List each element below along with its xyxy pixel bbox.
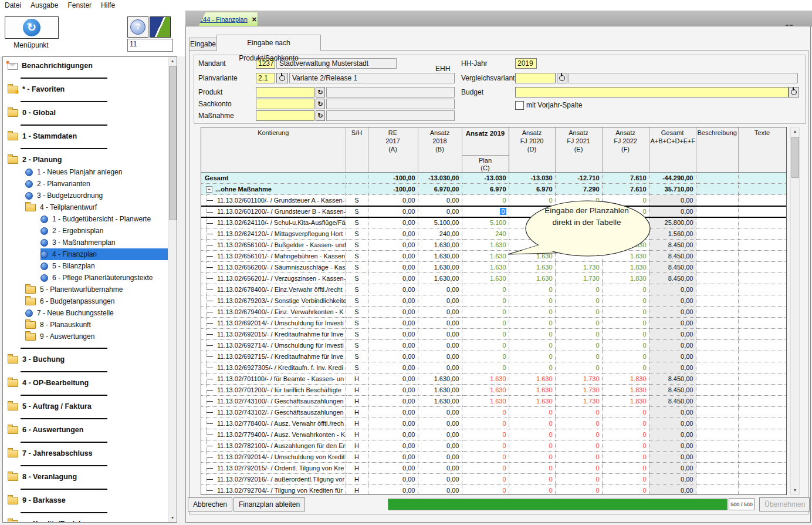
cell-plan-e[interactable]: 0 (555, 307, 602, 318)
cell-plan-d[interactable]: 0 (509, 318, 555, 329)
cell-texte[interactable] (738, 295, 786, 307)
cell-plan-e[interactable] (555, 240, 602, 251)
cell-plan-f[interactable]: 0 (602, 206, 649, 217)
sidebar-item[interactable]: 6 - Auswertungen (3, 423, 168, 436)
cell-plan-f[interactable]: 0 (602, 418, 649, 429)
cell-plan-d[interactable]: 0 (509, 485, 555, 496)
cell-beschreibung[interactable] (696, 396, 738, 407)
cell-plan-e[interactable] (555, 251, 602, 262)
cell-plan-c[interactable]: 1.630 (462, 385, 509, 396)
cell-texte[interactable] (738, 452, 786, 463)
cell-kontierung[interactable]: 11.13.02/779400/- / Ausz. Verwahrkonten … (201, 429, 346, 440)
cell-plan-e[interactable]: 0 (555, 318, 602, 329)
cell-plan-f[interactable]: 0 (602, 474, 649, 485)
cell-texte[interactable] (738, 385, 786, 396)
refresh-button[interactable]: ↻ (5, 16, 59, 39)
cell-plan-c[interactable]: 1.630 (462, 396, 509, 407)
cell-beschreibung[interactable] (696, 362, 738, 373)
cell-plan-e[interactable]: 0 (555, 195, 602, 206)
cell-plan-d[interactable]: 0 (509, 440, 555, 452)
cell-plan-d[interactable]: 1.630 (509, 262, 555, 273)
planvariante-lookup-button[interactable] (276, 73, 288, 83)
cell-plan-f[interactable]: 0 (602, 228, 649, 240)
collapse-icon[interactable]: − (206, 186, 212, 193)
cell-texte[interactable] (738, 373, 786, 385)
cell-kontierung[interactable]: 11.13.02/692715/- / Kreditaufnahme für I… (201, 351, 346, 362)
cell-kontierung[interactable]: 11.13.02/692714/- / Umschuldung für Inve… (201, 340, 346, 351)
cell-beschreibung[interactable] (696, 307, 738, 318)
cell-plan-c[interactable]: 0 (462, 284, 509, 295)
sidebar-item[interactable]: 1 - Budgetübersicht - Planwerte (3, 213, 168, 225)
cell-kontierung[interactable]: 11.13.02/792016/- / außerordentl.Tilgung… (201, 474, 346, 485)
cell-beschreibung[interactable] (696, 351, 738, 362)
cell-kontierung[interactable]: 11.13.02/679203/- / Sonstige Verbindlich… (201, 295, 346, 307)
cell-plan-d[interactable]: 0 (509, 195, 555, 206)
cell-texte[interactable] (738, 463, 786, 474)
cell-plan-c[interactable]: 0 (462, 429, 509, 440)
cell-texte[interactable] (738, 284, 786, 295)
cell-beschreibung[interactable] (696, 463, 738, 474)
cell-plan-e[interactable]: 0 (555, 295, 602, 307)
cell-texte[interactable] (738, 228, 786, 240)
cell-kontierung[interactable]: 11.13.02/692014/- / Umschuldung für Inve… (201, 318, 346, 329)
sidebar-item[interactable]: 3 - Budgetzuordnung (3, 190, 168, 201)
cell-kontierung[interactable]: 11.13.02/701100/- / für Beamte - Kassen-… (201, 373, 346, 385)
cell-plan-c[interactable]: 1.630 (462, 373, 509, 385)
cell-plan-c[interactable]: 0 (462, 318, 509, 329)
cell-plan-f[interactable]: 0 (602, 284, 649, 295)
cell-plan-e[interactable]: 0 (555, 340, 602, 351)
cell-texte[interactable] (738, 307, 786, 318)
grid-scroll-thumb[interactable] (791, 137, 799, 178)
scroll-up-icon[interactable]: ▲ (168, 57, 177, 65)
cell-kontierung[interactable]: 11.13.02/679400/- / Einz. Verwahrkonten … (201, 307, 346, 318)
cell-kontierung[interactable]: 11.13.02/678400/- / Einz.Verwahr öfftl./… (201, 284, 346, 295)
cell-plan-f[interactable]: 0 (602, 217, 649, 228)
cell-plan-d[interactable]: 0 (509, 474, 555, 485)
cell-plan-d[interactable]: 0 (509, 452, 555, 463)
cell-plan-f[interactable]: 0 (602, 318, 649, 329)
cell-beschreibung[interactable] (696, 273, 738, 284)
sidebar-item[interactable]: 4 - OP-Bearbeitung (3, 376, 168, 389)
sidebar-item[interactable]: a - Kredite/Darlehen (3, 517, 168, 522)
cell-plan-e[interactable]: 0 (555, 329, 602, 340)
cell-texte[interactable] (738, 273, 786, 284)
cell-kontierung[interactable]: 11.13.02/782100/- / Auszahlungen für den… (201, 440, 346, 452)
cell-plan-e[interactable]: 0 (555, 284, 602, 295)
vorjahr-spalte-checkbox[interactable] (515, 101, 524, 110)
cell-plan-d[interactable]: 1.630 (509, 251, 555, 262)
cell-plan-c[interactable]: 0 (462, 362, 509, 373)
cell-plan-c[interactable]: 0 (462, 206, 509, 217)
cell-plan-e[interactable]: 1.730 (555, 262, 602, 273)
cell-kontierung[interactable]: 11.13.02/656100/- / Bußgelder - Kassen- … (201, 240, 346, 251)
cell-kontierung[interactable]: 11.13.02/6927305/- / Kreditaufn. f. Inv.… (201, 362, 346, 373)
cell-plan-d[interactable]: 0 (509, 418, 555, 429)
cell-beschreibung[interactable] (696, 206, 738, 217)
cell-plan-d[interactable]: 0 (509, 463, 555, 474)
cell-plan-e[interactable]: 1.730 (555, 373, 602, 385)
cell-texte[interactable] (738, 407, 786, 418)
cell-plan-f[interactable]: 0 (602, 463, 649, 474)
cell-plan-f[interactable]: 1.830 (602, 273, 649, 284)
cell-plan-c[interactable]: 0 (462, 195, 509, 206)
sidebar-item[interactable]: 6 - Budgetanpassungen (3, 295, 168, 307)
cell-plan-e[interactable]: 1.730 (555, 273, 602, 284)
cell-texte[interactable] (738, 485, 786, 496)
cell-plan-d[interactable]: 0 (509, 351, 555, 362)
cell-plan-f[interactable]: 1.830 (602, 251, 649, 262)
cell-kontierung[interactable]: 11.13.02/743100/- / Geschäftsauszahlunge… (201, 396, 346, 407)
cell-texte[interactable] (738, 206, 786, 217)
vergleichsvariante-field[interactable] (515, 73, 556, 83)
brand-logo-button[interactable] (150, 16, 171, 38)
cell-texte[interactable] (738, 440, 786, 452)
sidebar-item[interactable]: 7 - Jahresabschluss (3, 447, 168, 460)
menupunkt-shortcut-input[interactable]: 11 (127, 39, 173, 52)
cell-plan-d[interactable]: 0 (509, 340, 555, 351)
cell-plan-d[interactable]: 0 (509, 284, 555, 295)
cell-beschreibung[interactable] (696, 195, 738, 206)
hh-jahr-field[interactable]: 2019 (515, 58, 537, 69)
cell-plan-d[interactable]: 1.630 (509, 373, 555, 385)
cell-kontierung[interactable]: 11.13.02/701200/- / für tariflich Beschä… (201, 385, 346, 396)
cell-plan-c[interactable]: 0 (462, 307, 509, 318)
cell-plan-e[interactable]: 0 (555, 429, 602, 440)
menu-item-datei[interactable]: Datei (0, 1, 26, 9)
